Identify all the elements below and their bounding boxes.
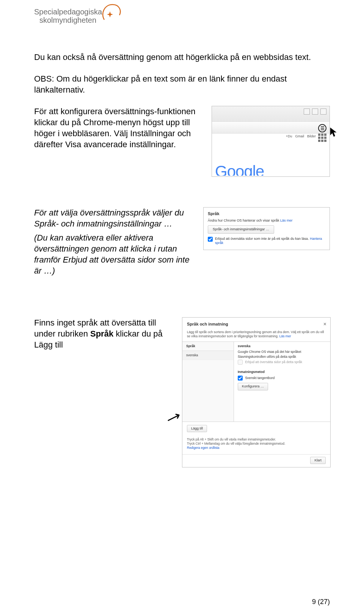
footer-hint-2: Tryck Ctrl + Mellanslag om du vill välja… (187, 442, 326, 446)
add-language-button[interactable]: Lägg till (187, 425, 207, 433)
footer-hint-1: Tryck på Alt + Skift om du vill växla me… (187, 437, 326, 442)
paragraph-1: Du kan också nå översättning genom att h… (34, 52, 330, 63)
screenshot-language-settings: Språk Ändra hur Chrome OS hanterar och v… (203, 207, 330, 250)
sprak-line1: Ändra hur Chrome OS hanterar och visar s… (208, 219, 325, 223)
screenshot-language-input-dialog: Språk och inmatning × Lägg till språk oc… (182, 317, 331, 467)
link-las-mer-dialog[interactable]: Läs mer (279, 334, 291, 338)
logo-swirl-icon (100, 2, 122, 25)
logo-text: Specialpedagogiska skolmyndigheten (34, 8, 102, 24)
sprak-bold: Språk (90, 329, 113, 338)
close-icon (320, 109, 326, 115)
paragraph-4b: (Du kan avaktivera eller aktivera översä… (34, 232, 194, 276)
chrome-menu-icon[interactable] (318, 124, 326, 132)
window-controls (304, 109, 326, 115)
link-gmail[interactable]: Gmail (295, 134, 304, 138)
logo-line1: Specialpedagogiska (34, 8, 102, 16)
dialog-title: Språk och inmatning (187, 322, 228, 326)
paragraph-5: Finns inget språk att översätta till und… (34, 317, 173, 350)
offer-translate-checkbox[interactable] (208, 237, 213, 242)
link-plus-du[interactable]: +Du (286, 134, 292, 138)
paragraph-4a: För att välja översättningsspråk väljer … (34, 207, 194, 229)
sprak-heading: Språk (208, 211, 325, 216)
maximize-icon (312, 109, 318, 115)
dialog-hint: Lägg till språk och sortera dem i priori… (182, 329, 330, 341)
dialog-close-icon[interactable]: × (323, 321, 326, 327)
language-list-item[interactable]: svenska (182, 351, 234, 360)
logo-line2: skolmyndigheten (39, 16, 102, 24)
agency-logo: Specialpedagogiska skolmyndigheten (34, 7, 330, 25)
keyboard-row: Svenskt tangentbord (238, 376, 326, 381)
pointer-arrow-icon (168, 411, 183, 423)
selected-language-name: svenska (238, 344, 326, 348)
konfigurera-button[interactable]: Konfigurera … (238, 383, 268, 390)
keyboard-checkbox[interactable] (238, 376, 243, 381)
col-header-sprak: Språk (182, 342, 234, 351)
language-input-settings-button[interactable]: Språk- och inmatningsinställningar … (208, 225, 274, 234)
link-las-mer[interactable]: Läs mer (280, 219, 293, 222)
mouse-cursor-icon (329, 127, 340, 138)
offer-translate-label: Erbjud att översätta sidor som inte är p… (215, 237, 325, 245)
apps-grid-icon[interactable] (318, 134, 326, 142)
link-bilder[interactable]: Bilder (307, 134, 316, 138)
page-number: 9 (27) (312, 598, 330, 606)
offer-translate-lang-checkbox (238, 360, 243, 365)
done-button[interactable]: Klart (310, 457, 326, 464)
google-header-links: +Du Gmail Bilder (286, 134, 316, 138)
link-redigera-ordlista[interactable]: Redigera egen ordlista (187, 446, 220, 450)
info-chrome-display: Google Chrome OS visas på det här språke… (238, 350, 326, 354)
google-logo: Google (215, 160, 268, 176)
minimize-icon (304, 109, 310, 115)
paragraph-3: För att konfigurera översättnings-funkti… (34, 106, 202, 150)
inmatningsmetod-heading: Inmatningsmetod (238, 370, 326, 374)
info-spellcheck: Stavningskontrollen utförs på detta språ… (238, 355, 326, 359)
info-offer-translate-disabled: Erbjud att översätta sidor på detta språ… (238, 360, 326, 365)
screenshot-chrome-menu: +Du Gmail Bilder Google (212, 106, 330, 177)
paragraph-2: OBS: Om du högerklickar på en text som ä… (34, 73, 330, 95)
